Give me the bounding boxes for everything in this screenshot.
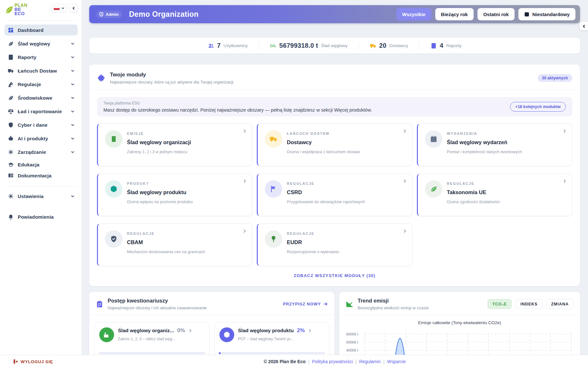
sidebar-item-edukacja[interactable]: Edukacja	[5, 160, 78, 169]
assign-new-link[interactable]: PRZYPISZ NOWY	[283, 302, 328, 306]
robot-icon	[8, 135, 14, 142]
module-description: Pomiar i kompletność danych eventowych	[447, 150, 565, 154]
module-title: CBAM	[127, 239, 246, 245]
emissions-chart: Emisje całkowite (Tony ekwiwalentu CO2e)…	[339, 315, 580, 355]
sidebar-item-środowiskowe[interactable]: Środowiskowe	[5, 92, 78, 103]
sidebar-item-łańcuch-dostaw[interactable]: Łańcuch Dostaw	[5, 65, 78, 76]
sidebar-collapse-button[interactable]	[70, 4, 78, 12]
sidebar-divider	[5, 186, 77, 187]
filter-button-ostatni-rok[interactable]: Ostatni rok	[477, 8, 515, 20]
calendar-star-icon	[430, 135, 438, 143]
leaf-icon	[8, 41, 14, 47]
admin-badge: Admin	[96, 11, 122, 18]
module-icon-circle	[105, 230, 122, 248]
footer-link-regulamin[interactable]: Regulamin	[359, 359, 381, 364]
truck-icon	[370, 43, 376, 49]
chevron-right-icon	[563, 179, 567, 183]
sidebar-item-ai-i-produkty[interactable]: AI i produkty	[5, 133, 78, 144]
chevron-right-icon	[243, 179, 247, 183]
module-description: Ocena i współpraca z łańcuchem dostaw	[287, 150, 405, 154]
trend-button-zmiana[interactable]: ZMIANA	[546, 299, 574, 309]
module-title: CSRD	[287, 189, 405, 195]
sidebar-item-ustawienia[interactable]: Ustawienia	[5, 191, 78, 202]
more-modules-button[interactable]: +18 kolejnych modułów	[510, 102, 566, 112]
esg-banner-label: Twoja platforma ESG	[103, 101, 372, 105]
module-card-eudr[interactable]: REGULACJEEUDRRozporządzenie o wylesianiu	[257, 224, 412, 266]
gear-icon	[8, 149, 14, 155]
trend-button-indeks[interactable]: INDEKS	[516, 299, 542, 309]
chevron-down-icon	[71, 194, 74, 198]
footer-link-polityka-prywatności[interactable]: Polityka prywatności	[312, 359, 353, 364]
emissions-peak-series	[395, 338, 405, 355]
module-card-dostawcy[interactable]: ŁAŃCUCH DOSTAWDostawcyOcena i współpraca…	[257, 124, 412, 166]
sidebar-item-cyber-i-dane[interactable]: Cyber i dane	[5, 119, 78, 130]
language-select[interactable]	[51, 4, 67, 12]
chevron-right-icon	[563, 129, 567, 133]
module-title: Taksonomia UE	[447, 189, 565, 195]
dashboard-icon	[8, 27, 14, 33]
module-card-cbam[interactable]: REGULACJECBAMMechanizm dostosowania cen …	[97, 224, 252, 266]
chevron-right-icon	[188, 329, 192, 333]
logout-button[interactable]: WYLOGUJ SIĘ	[13, 359, 53, 364]
module-category: REGULACJE	[287, 232, 405, 235]
sidebar-item-dashboard[interactable]: Dashboard	[5, 25, 78, 35]
module-card-taksonomia-ue[interactable]: REGULACJETaksonomia UEOcena zgodności dz…	[417, 174, 572, 216]
filter-button-label: Bieżący rok	[441, 12, 468, 17]
progress-bar	[99, 352, 205, 354]
questionnaire-description: PCF – ślad węglowy Twoich pr...	[238, 337, 325, 341]
questionnaire-title: Ślad węglowy organiz...	[118, 328, 174, 333]
gavel-icon	[8, 81, 14, 87]
sidebar-item-ślad-węglowy[interactable]: Ślad węglowy	[5, 38, 78, 49]
questionnaire-item-ślad-węglowy-organiz-[interactable]: Ślad węglowy organiz...0%Zakres 1, 2, 3 …	[94, 322, 209, 355]
stat-value: 56799318.0 t	[279, 42, 318, 49]
stat-label: Dostawcy	[389, 43, 408, 48]
filter-button-wszystkie[interactable]: Wszystkie	[396, 8, 431, 20]
sidebar-item-label: Edukacja	[18, 162, 39, 167]
sidebar-item-raporty[interactable]: Raporty	[5, 52, 78, 63]
modules-section: Twoje moduły Najważniejsze obszary, któr…	[89, 65, 580, 286]
modules-subtitle: Najważniejsze obszary, które są już akty…	[110, 80, 233, 85]
sidebar-item-label: Dashboard	[18, 27, 43, 33]
module-icon-circle	[425, 180, 442, 198]
stat-value: 4	[440, 42, 443, 49]
sidebar-item-dokumentacja[interactable]: Dokumentacja	[5, 171, 78, 180]
module-card-ślad-węglowy-wydarzeń[interactable]: WYDARZENIAŚlad węglowy wydarzeńPomiar i …	[417, 124, 572, 166]
questionnaire-percent: 0%	[177, 327, 185, 334]
assign-new-label: PRZYPISZ NOWY	[283, 302, 321, 306]
cube-icon	[110, 185, 118, 193]
chevron-down-icon	[71, 83, 74, 86]
trend-button-tco₂e[interactable]: TCO₂E	[487, 299, 512, 309]
sidebar-item-ład-i-raportowanie[interactable]: Ład i raportowanie	[5, 106, 78, 117]
chevron-right-icon	[403, 179, 407, 183]
module-card-ślad-węglowy-organizacji[interactable]: EMISJEŚlad węglowy organizacjiZakresy 1,…	[97, 124, 252, 166]
sidebar-item-label: Ład i raportowanie	[18, 109, 62, 114]
sidebar-item-zarządzanie[interactable]: Zarządzanie	[5, 146, 78, 157]
sidebar-item-powiadomienia[interactable]: Powiadomienia	[5, 211, 78, 222]
stat-label: Raporty	[446, 43, 461, 48]
module-card-csrd[interactable]: REGULACJECSRDPrzygotowanie do obowiązków…	[257, 174, 412, 216]
chevron-down-icon	[71, 42, 74, 45]
sidebar-item-label: Łańcuch Dostaw	[18, 68, 57, 74]
filter-button-label: Ostatni rok	[483, 12, 509, 17]
module-description: Mechanizm dostosowania cen na granicach	[127, 250, 246, 254]
filter-button-niestandardowy[interactable]: Niestandardowy	[518, 8, 575, 20]
footer-link-wsparcie[interactable]: Wsparcie	[387, 359, 406, 364]
sidebar-item-label: Raporty	[18, 55, 36, 60]
sidebar-item-regulacje[interactable]: Regulacje	[5, 79, 78, 90]
module-category: ŁAŃCUCH DOSTAW	[287, 132, 405, 135]
sidebar-item-label: Dokumentacja	[18, 173, 52, 178]
module-description: Przygotowanie do obowiązków raportowych	[287, 200, 405, 204]
questionnaire-item-ślad-węglowy-produktu[interactable]: Ślad węglowy produktu2%PCF – ślad węglow…	[215, 322, 330, 355]
footer-separator: |	[355, 359, 357, 364]
module-description: Rozporządzenie o wylesianiu	[287, 250, 405, 254]
emissions-trend-card: Trend emisji Bezwzględna wielkość emisji…	[339, 292, 580, 355]
stat-użytkownicy: 7Użytkownicy	[197, 42, 259, 49]
see-all-modules-link[interactable]: ZOBACZ WSZYSTKIE MODUŁY (30)	[294, 273, 376, 278]
logout-label: WYLOGUJ SIĘ	[21, 359, 53, 364]
chevron-right-icon	[308, 329, 312, 333]
module-card-ślad-węglowy-produktu[interactable]: PRODUKTŚlad węglowy produktuOcena wpływu…	[97, 174, 252, 216]
panel-collapse-button[interactable]	[580, 22, 588, 30]
trend-chart-plot: 60000 t50000 t40000 t	[342, 330, 577, 355]
filter-button-bieżący-rok[interactable]: Bieżący rok	[435, 8, 474, 20]
progress-bar	[219, 352, 325, 354]
